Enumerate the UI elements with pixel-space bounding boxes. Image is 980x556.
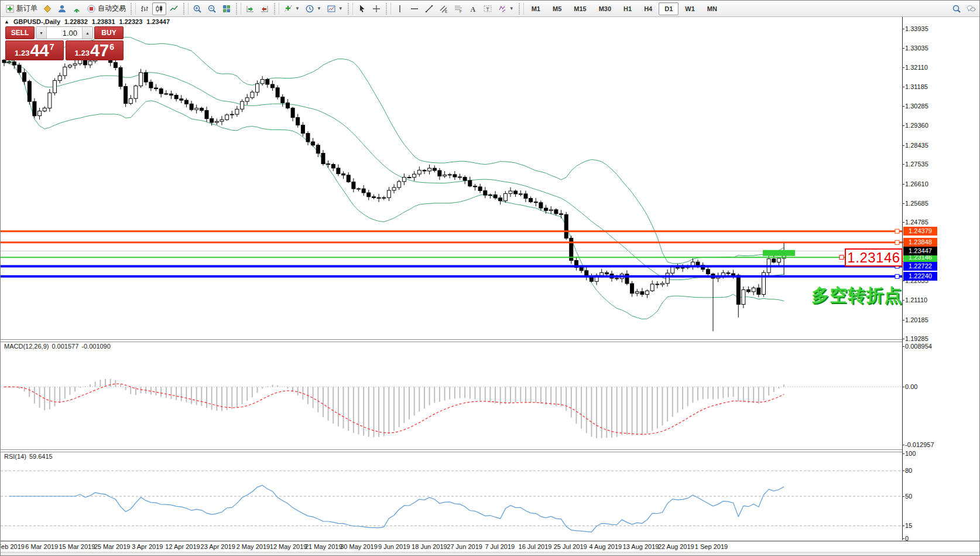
autotrading-button[interactable]: 自动交易 bbox=[84, 2, 128, 15]
price-tick-label: 1.29360 bbox=[905, 122, 928, 129]
chart-shift-button[interactable] bbox=[258, 2, 272, 15]
indicators-icon bbox=[283, 4, 293, 13]
timeframe-h1[interactable]: H1 bbox=[618, 2, 638, 15]
chart-ohlc-header: ▲ GBPUSD-,Daily 1.22832 1.23831 1.22323 … bbox=[4, 18, 170, 25]
highlight-rectangle[interactable] bbox=[763, 250, 795, 256]
text-icon: A bbox=[468, 4, 478, 13]
svg-text:T: T bbox=[486, 6, 489, 12]
chartshift-icon bbox=[260, 4, 269, 13]
line-anchor-handle[interactable] bbox=[895, 274, 899, 278]
templates-button[interactable]: ▼ bbox=[324, 2, 345, 15]
macd-tick-label: 0.00 bbox=[905, 383, 917, 390]
date-tick-label: 1 Sep 2019 bbox=[689, 543, 734, 550]
macd-name: MACD(12,26,9) bbox=[4, 343, 49, 350]
vertical-line-button[interactable] bbox=[393, 2, 407, 15]
timeframe-label: M1 bbox=[528, 4, 544, 14]
toolbar-separator bbox=[385, 3, 391, 15]
rsi-name: RSI(14) bbox=[4, 453, 26, 460]
timeframe-mn[interactable]: MN bbox=[701, 2, 723, 15]
toolbar-button-label: 新订单 bbox=[16, 4, 37, 13]
trendline-button[interactable] bbox=[422, 2, 436, 15]
bollinger-middle-band bbox=[4, 62, 784, 279]
bottom-strip bbox=[1, 552, 980, 556]
timeframe-m30[interactable]: M30 bbox=[593, 2, 617, 15]
horizontal-line-button[interactable] bbox=[407, 2, 422, 15]
timeframe-m15[interactable]: M15 bbox=[568, 2, 592, 15]
macd-tick-label: -0.012957 bbox=[905, 441, 934, 448]
fibonacci-button[interactable]: F bbox=[451, 2, 465, 15]
bar-chart-button[interactable] bbox=[138, 2, 152, 15]
price-tick-label: 1.31185 bbox=[905, 83, 928, 90]
volume-decrease-button[interactable]: ▼ bbox=[36, 27, 47, 39]
macd-histogram bbox=[4, 378, 784, 438]
text-button[interactable]: A bbox=[466, 2, 480, 15]
price-tick-label: 1.33035 bbox=[905, 45, 928, 52]
auto-scroll-button[interactable] bbox=[243, 2, 257, 15]
timeframe-m1[interactable]: M1 bbox=[526, 2, 546, 15]
indicators-button[interactable]: ▼ bbox=[281, 2, 302, 15]
volume-stepper: ▼ 1.00 ▲ bbox=[36, 26, 93, 39]
turning-point-annotation[interactable]: 多空转折点 bbox=[811, 284, 902, 308]
zoom-in-button[interactable] bbox=[190, 2, 204, 15]
callout-anchor-handle[interactable] bbox=[839, 255, 844, 260]
candlestick-chart-button[interactable] bbox=[152, 2, 166, 15]
one-click-trading-panel: SELL ▼ 1.00 ▲ BUY 1.23 44 7 1.23 47 6 bbox=[5, 26, 124, 60]
zoomin-icon bbox=[193, 4, 202, 13]
rsi-tick-label: 15 bbox=[905, 522, 912, 529]
price-axis[interactable]: 1.339351.330351.321101.311851.302851.293… bbox=[902, 17, 980, 540]
bars-icon bbox=[140, 4, 149, 13]
mt4-window: 新订单自动交易▼▼▼EFAT▼M1M5M15M30H1H4D1W1MN 1.33… bbox=[0, 0, 980, 556]
new-order-button[interactable]: 新订单 bbox=[3, 2, 40, 15]
sell-price-display[interactable]: 1.23 44 7 bbox=[5, 40, 64, 60]
chat-icon bbox=[967, 4, 976, 13]
open-value: 1.22832 bbox=[64, 18, 88, 25]
text-label-button[interactable]: T bbox=[481, 2, 495, 15]
volume-increase-button[interactable]: ▲ bbox=[82, 27, 92, 39]
buy-price-prefix: 1.23 bbox=[75, 48, 90, 58]
channel-button[interactable]: E bbox=[437, 2, 451, 15]
panel-divider[interactable] bbox=[1, 339, 980, 342]
crosshair-button[interactable] bbox=[369, 2, 383, 15]
dropdown-caret-icon: ▼ bbox=[509, 6, 514, 11]
buy-button[interactable]: BUY bbox=[94, 26, 124, 39]
timeframe-label: M15 bbox=[570, 4, 590, 14]
line-anchor-handle[interactable] bbox=[895, 240, 899, 244]
time-axis[interactable]: 25 Feb 20196 Mar 201915 Mar 201925 Mar 2… bbox=[1, 541, 980, 552]
metaeditor-button[interactable] bbox=[40, 2, 54, 15]
rsi-value: 59.6415 bbox=[29, 453, 53, 460]
volume-input[interactable]: 1.00 bbox=[47, 27, 82, 39]
toolbar-button-label: 自动交易 bbox=[98, 4, 126, 13]
timeframe-h4[interactable]: H4 bbox=[638, 2, 658, 15]
svg-text:A: A bbox=[470, 5, 475, 13]
rsi-line bbox=[9, 485, 784, 532]
cursor-button[interactable] bbox=[355, 2, 369, 15]
high-value: 1.23831 bbox=[92, 18, 115, 25]
community-button[interactable] bbox=[55, 2, 69, 15]
timeframe-m5[interactable]: M5 bbox=[547, 2, 567, 15]
chart-canvas[interactable] bbox=[1, 17, 902, 556]
tile-windows-button[interactable] bbox=[220, 2, 234, 15]
buy-price-display[interactable]: 1.23 47 6 bbox=[66, 40, 124, 60]
chat-button[interactable] bbox=[964, 2, 978, 15]
low-value: 1.22323 bbox=[119, 18, 143, 25]
chart-area[interactable]: 1.339351.330351.321101.311851.302851.293… bbox=[1, 17, 980, 556]
toolbar-separator bbox=[273, 3, 279, 15]
macd-main-value: 0.001577 bbox=[52, 343, 78, 350]
panel-divider[interactable] bbox=[1, 449, 980, 452]
line-anchor-handle[interactable] bbox=[895, 229, 899, 233]
arrows-button[interactable]: ▼ bbox=[495, 2, 516, 15]
periods-button[interactable]: ▼ bbox=[303, 2, 324, 15]
timeframe-d1[interactable]: D1 bbox=[659, 2, 679, 15]
line-chart-button[interactable] bbox=[167, 2, 181, 15]
sell-button[interactable]: SELL bbox=[5, 26, 35, 39]
toolbar-separator bbox=[235, 3, 241, 15]
collapse-panel-icon[interactable]: ▲ bbox=[4, 19, 9, 25]
hline-icon bbox=[410, 4, 419, 13]
price-tick-label: 1.32110 bbox=[905, 64, 928, 71]
timeframe-w1[interactable]: W1 bbox=[679, 2, 701, 15]
price-callout-box[interactable]: 1.23146 bbox=[845, 248, 903, 267]
timeframe-label: W1 bbox=[681, 4, 698, 14]
zoom-out-button[interactable] bbox=[205, 2, 219, 15]
signals-button[interactable] bbox=[70, 2, 84, 15]
search-button[interactable] bbox=[950, 2, 964, 15]
